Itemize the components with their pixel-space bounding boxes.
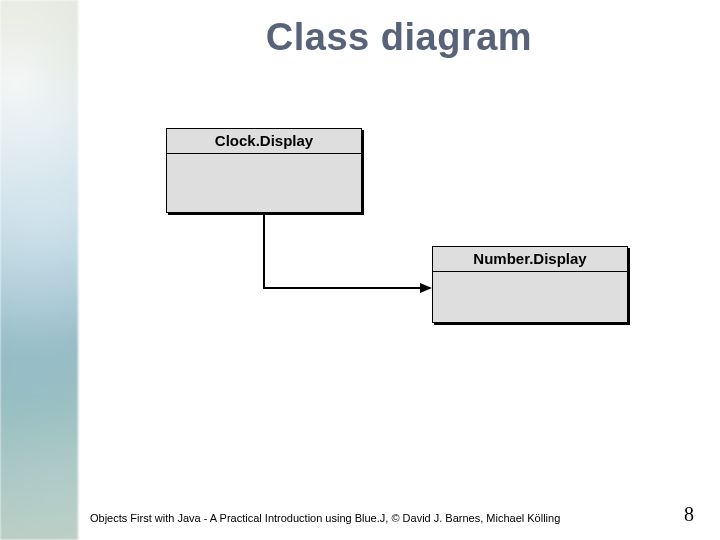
- page-number: 8: [684, 503, 694, 526]
- uml-class-name: Number.Display: [433, 247, 627, 272]
- uml-class-name: Clock.Display: [167, 129, 361, 154]
- uml-class-body: [433, 272, 627, 322]
- uml-class-body: [167, 154, 361, 212]
- slide-content: Class diagram Clock.Display Number.Displ…: [78, 0, 720, 540]
- footer-attribution: Objects First with Java - A Practical In…: [90, 512, 560, 524]
- class-diagram: Clock.Display Number.Display: [78, 0, 720, 540]
- decorative-sidebar: [0, 0, 78, 540]
- uml-class-numberdisplay: Number.Display: [432, 246, 628, 323]
- uml-class-clockdisplay: Clock.Display: [166, 128, 362, 213]
